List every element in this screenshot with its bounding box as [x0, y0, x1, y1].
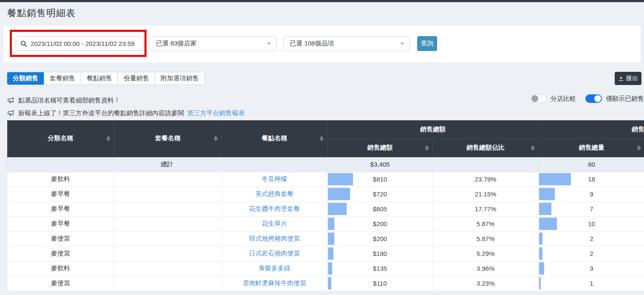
col-header-category[interactable]: 分類名稱	[7, 120, 114, 157]
export-button-label: 匯出	[626, 75, 638, 82]
amount-cell: $200	[328, 216, 433, 231]
amount-pct-cell: 5.87%	[433, 231, 539, 246]
item-link[interactable]: 美式經典套餐	[255, 190, 294, 197]
chevron-down-icon	[267, 43, 271, 45]
item-link[interactable]: 花生厚片	[262, 220, 287, 227]
category-cell: 麥便當	[7, 246, 114, 261]
table-row: 麥早餐 花生醬牛肉堡套餐 $605 17.77% 7	[7, 201, 644, 216]
sort-icon[interactable]	[425, 145, 429, 150]
item-select-value: 已選 108個品項	[290, 40, 334, 48]
tab-combo-sales[interactable]: 套餐銷售	[44, 72, 81, 85]
third-party-report-link[interactable]: 第三方平台銷售報表	[187, 109, 245, 117]
total-amount: $3,405	[328, 157, 433, 172]
sort-icon[interactable]	[637, 145, 641, 150]
table-row: 麥便當 雲南鮮燙麻辣牛肉便當 $110 3.23% 1	[7, 276, 644, 291]
category-cell: 麥便當	[7, 231, 114, 246]
date-range-value: 2023/11/02 00:00 - 2023/11/02 23:59	[31, 40, 135, 47]
announcement-2-text: 新報表上線了！第三方外送平台的餐點銷售詳細內容請參閱	[18, 109, 184, 117]
store-select-value: 已選 83個店家	[156, 40, 197, 48]
item-link[interactable]: 冬瓜檸檬	[262, 175, 287, 182]
combo-cell	[114, 261, 222, 276]
amount-pct-cell: 17.77%	[433, 201, 539, 216]
item-cell: 冬瓜檸檬	[222, 172, 328, 187]
amount-cell: $605	[328, 201, 433, 216]
col-header-combo[interactable]: 套餐名稱	[114, 120, 222, 157]
tab-item-sales[interactable]: 餐點銷售	[81, 72, 118, 85]
item-link[interactable]: 韓式燒烤豬肉便當	[249, 235, 300, 242]
combo-cell	[114, 246, 222, 261]
total-row: 總計 $3,405 60	[7, 157, 644, 172]
combo-cell	[114, 187, 222, 201]
store-select[interactable]: 已選 83個店家	[150, 36, 277, 51]
category-cell: 麥飲料	[7, 261, 114, 276]
amount-cell: $110	[328, 276, 433, 291]
amount-cell: $720	[328, 187, 433, 201]
toggle-controls: 分店比較 僅顯示已銷售	[530, 94, 644, 103]
qty-cell: 3	[539, 261, 644, 276]
announcement-1-text: 點選品項名稱可查看細部銷售資料！	[18, 96, 120, 105]
item-cell: 花生醬牛肉堡套餐	[222, 201, 328, 216]
only-sold-toggle[interactable]	[585, 94, 602, 103]
item-link[interactable]: 養樂多多綠	[259, 264, 291, 272]
export-button[interactable]: 匯出	[615, 72, 641, 85]
page-title: 餐點銷售明細表	[7, 7, 76, 20]
col-header-item-label: 餐點名稱	[262, 134, 287, 142]
qty-cell: 9	[539, 187, 644, 201]
branch-compare-label: 分店比較	[551, 95, 576, 103]
category-cell: 麥早餐	[7, 201, 114, 216]
megaphone-icon	[7, 96, 15, 105]
only-sold-toggle-group: 僅顯示已銷售	[585, 94, 644, 103]
table-row: 麥早餐 花生厚片 $200 5.87% 10	[7, 216, 644, 231]
category-cell: 麥飲料	[7, 172, 114, 187]
top-window-strip	[0, 0, 644, 2]
item-cell: 養樂多多綠	[222, 261, 328, 276]
branch-compare-toggle[interactable]	[530, 94, 547, 103]
combo-cell	[114, 172, 222, 187]
item-cell: 雲南鮮燙麻辣牛肉便當	[222, 276, 328, 291]
amount-bar	[328, 277, 331, 289]
qty-bar	[539, 218, 557, 230]
toggle-knob	[594, 95, 601, 102]
col-header-qty-label: 銷售總量	[579, 144, 604, 151]
download-icon	[618, 76, 624, 82]
tab-portion-sales[interactable]: 份量銷售	[118, 72, 155, 85]
amount-cell: $180	[328, 246, 433, 261]
amount-pct-cell: 5.29%	[433, 246, 539, 261]
amount-cell: $810	[328, 172, 433, 187]
amount-pct-cell: 3.23%	[433, 276, 539, 291]
amount-bar	[328, 262, 332, 275]
amount-pct-cell: 3.96%	[433, 261, 539, 276]
tab-addon-sales[interactable]: 附加選項銷售	[155, 72, 204, 85]
megaphone-icon	[7, 109, 15, 117]
sort-icon[interactable]	[319, 136, 324, 141]
col-header-qty[interactable]: 銷售總量	[539, 139, 644, 157]
qty-cell: 2	[539, 231, 644, 246]
branch-compare-toggle-group: 分店比較	[530, 94, 576, 103]
qty-cell: 10	[539, 216, 644, 231]
amount-bar	[328, 233, 334, 245]
col-header-amount[interactable]: 銷售總額	[328, 139, 433, 157]
combo-cell	[114, 276, 222, 291]
filter-panel: 2023/11/02 00:00 - 2023/11/02 23:59 已選 8…	[3, 26, 641, 62]
item-link[interactable]: 雲南鮮燙麻辣牛肉便當	[243, 279, 306, 286]
sort-icon[interactable]	[531, 145, 535, 150]
qty-bar	[539, 233, 542, 245]
qty-cell: 1	[539, 276, 644, 291]
sort-icon[interactable]	[214, 136, 218, 141]
col-header-amount-pct[interactable]: 銷售總額佔比	[433, 139, 539, 157]
qty-bar	[539, 188, 555, 200]
item-link[interactable]: 花生醬牛肉堡套餐	[249, 205, 300, 212]
item-select[interactable]: 已選 108個品項	[283, 36, 410, 51]
combo-cell	[114, 216, 222, 231]
sales-table: 分類名稱 套餐名稱 餐點名稱 銷售總額 銷售總量 銷售總額	[7, 120, 644, 291]
date-range-input[interactable]: 2023/11/02 00:00 - 2023/11/02 23:59	[16, 36, 143, 51]
tab-category-sales[interactable]: 分類銷售	[7, 72, 44, 85]
col-group-amount: 銷售總額	[328, 120, 539, 139]
col-header-item[interactable]: 餐點名稱	[222, 120, 328, 157]
query-button[interactable]: 查詢	[417, 36, 437, 51]
sort-icon[interactable]	[106, 136, 110, 141]
report-tabs: 分類銷售 套餐銷售 餐點銷售 份量銷售 附加選項銷售	[7, 72, 205, 85]
item-link[interactable]: 日式岩石燒肉便當	[249, 250, 300, 257]
qty-bar	[539, 173, 571, 185]
category-cell: 麥早餐	[7, 187, 114, 201]
